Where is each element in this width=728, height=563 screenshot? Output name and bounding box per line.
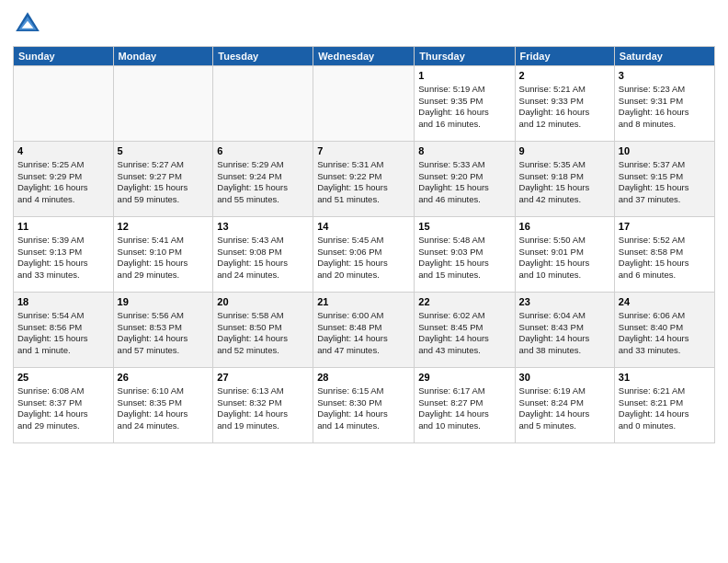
day-header-thursday: Thursday xyxy=(415,47,515,66)
day-info: Sunrise: 6:19 AM Sunset: 8:24 PM Dayligh… xyxy=(519,385,610,432)
calendar-cell: 2Sunrise: 5:21 AM Sunset: 9:33 PM Daylig… xyxy=(515,66,614,142)
day-info: Sunrise: 5:52 AM Sunset: 8:58 PM Dayligh… xyxy=(619,235,711,282)
day-info: Sunrise: 5:58 AM Sunset: 8:50 PM Dayligh… xyxy=(217,310,309,357)
calendar-cell: 4Sunrise: 5:25 AM Sunset: 9:29 PM Daylig… xyxy=(14,142,114,217)
day-header-tuesday: Tuesday xyxy=(213,47,313,66)
calendar-cell: 13Sunrise: 5:43 AM Sunset: 9:08 PM Dayli… xyxy=(213,217,313,293)
day-info: Sunrise: 5:56 AM Sunset: 8:53 PM Dayligh… xyxy=(118,310,210,357)
calendar-cell: 18Sunrise: 5:54 AM Sunset: 8:56 PM Dayli… xyxy=(14,293,114,368)
page: SundayMondayTuesdayWednesdayThursdayFrid… xyxy=(0,0,728,563)
day-number: 8 xyxy=(418,144,510,158)
day-number: 3 xyxy=(619,69,711,83)
week-row-4: 25Sunrise: 6:08 AM Sunset: 8:37 PM Dayli… xyxy=(14,368,715,443)
day-info: Sunrise: 5:43 AM Sunset: 9:08 PM Dayligh… xyxy=(217,235,309,282)
calendar-cell: 11Sunrise: 5:39 AM Sunset: 9:13 PM Dayli… xyxy=(14,217,114,293)
day-info: Sunrise: 5:25 AM Sunset: 9:29 PM Dayligh… xyxy=(17,159,109,206)
calendar-cell xyxy=(313,66,415,142)
calendar-cell: 29Sunrise: 6:17 AM Sunset: 8:27 PM Dayli… xyxy=(415,368,515,443)
calendar-cell: 16Sunrise: 5:50 AM Sunset: 9:01 PM Dayli… xyxy=(515,217,614,293)
day-number: 22 xyxy=(418,295,510,309)
calendar-cell: 3Sunrise: 5:23 AM Sunset: 9:31 PM Daylig… xyxy=(614,66,714,142)
header xyxy=(13,9,715,39)
day-number: 4 xyxy=(17,144,109,158)
calendar-cell: 1Sunrise: 5:19 AM Sunset: 9:35 PM Daylig… xyxy=(415,66,515,142)
calendar-cell: 22Sunrise: 6:02 AM Sunset: 8:45 PM Dayli… xyxy=(415,293,515,368)
calendar-cell: 28Sunrise: 6:15 AM Sunset: 8:30 PM Dayli… xyxy=(313,368,415,443)
day-number: 18 xyxy=(17,295,109,309)
day-info: Sunrise: 6:21 AM Sunset: 8:21 PM Dayligh… xyxy=(619,385,711,432)
week-row-2: 11Sunrise: 5:39 AM Sunset: 9:13 PM Dayli… xyxy=(14,217,715,293)
day-info: Sunrise: 5:50 AM Sunset: 9:01 PM Dayligh… xyxy=(519,235,610,282)
day-number: 7 xyxy=(317,144,410,158)
day-number: 1 xyxy=(418,69,510,83)
calendar-cell: 17Sunrise: 5:52 AM Sunset: 8:58 PM Dayli… xyxy=(614,217,714,293)
day-number: 10 xyxy=(619,144,711,158)
day-number: 31 xyxy=(619,371,711,385)
day-header-wednesday: Wednesday xyxy=(313,47,415,66)
day-number: 9 xyxy=(519,144,610,158)
calendar-cell: 24Sunrise: 6:06 AM Sunset: 8:40 PM Dayli… xyxy=(614,293,714,368)
day-header-friday: Friday xyxy=(515,47,614,66)
day-info: Sunrise: 6:04 AM Sunset: 8:43 PM Dayligh… xyxy=(519,310,610,357)
days-of-week-row: SundayMondayTuesdayWednesdayThursdayFrid… xyxy=(14,47,715,66)
calendar-cell: 7Sunrise: 5:31 AM Sunset: 9:22 PM Daylig… xyxy=(313,142,415,217)
day-number: 21 xyxy=(317,295,410,309)
day-info: Sunrise: 6:06 AM Sunset: 8:40 PM Dayligh… xyxy=(619,310,711,357)
day-info: Sunrise: 6:02 AM Sunset: 8:45 PM Dayligh… xyxy=(418,310,510,357)
calendar-cell: 8Sunrise: 5:33 AM Sunset: 9:20 PM Daylig… xyxy=(415,142,515,217)
calendar-header: SundayMondayTuesdayWednesdayThursdayFrid… xyxy=(14,47,715,66)
calendar-cell: 30Sunrise: 6:19 AM Sunset: 8:24 PM Dayli… xyxy=(515,368,614,443)
day-info: Sunrise: 5:54 AM Sunset: 8:56 PM Dayligh… xyxy=(17,310,109,357)
week-row-0: 1Sunrise: 5:19 AM Sunset: 9:35 PM Daylig… xyxy=(14,66,715,142)
day-info: Sunrise: 5:37 AM Sunset: 9:15 PM Dayligh… xyxy=(619,159,711,206)
calendar-cell: 25Sunrise: 6:08 AM Sunset: 8:37 PM Dayli… xyxy=(14,368,114,443)
day-info: Sunrise: 5:45 AM Sunset: 9:06 PM Dayligh… xyxy=(317,235,410,282)
calendar-cell xyxy=(14,66,114,142)
day-info: Sunrise: 5:23 AM Sunset: 9:31 PM Dayligh… xyxy=(619,84,711,131)
day-header-monday: Monday xyxy=(113,47,213,66)
calendar-cell: 26Sunrise: 6:10 AM Sunset: 8:35 PM Dayli… xyxy=(113,368,213,443)
day-info: Sunrise: 6:00 AM Sunset: 8:48 PM Dayligh… xyxy=(317,310,410,357)
calendar-cell: 15Sunrise: 5:48 AM Sunset: 9:03 PM Dayli… xyxy=(415,217,515,293)
calendar-cell: 10Sunrise: 5:37 AM Sunset: 9:15 PM Dayli… xyxy=(614,142,714,217)
logo-icon xyxy=(13,9,42,39)
day-info: Sunrise: 6:17 AM Sunset: 8:27 PM Dayligh… xyxy=(418,385,510,432)
calendar-cell: 9Sunrise: 5:35 AM Sunset: 9:18 PM Daylig… xyxy=(515,142,614,217)
day-info: Sunrise: 5:31 AM Sunset: 9:22 PM Dayligh… xyxy=(317,159,410,206)
day-number: 20 xyxy=(217,295,309,309)
day-number: 12 xyxy=(118,220,210,234)
day-number: 2 xyxy=(519,69,610,83)
day-number: 13 xyxy=(217,220,309,234)
day-number: 19 xyxy=(118,295,210,309)
day-info: Sunrise: 5:41 AM Sunset: 9:10 PM Dayligh… xyxy=(118,235,210,282)
calendar-cell: 20Sunrise: 5:58 AM Sunset: 8:50 PM Dayli… xyxy=(213,293,313,368)
calendar-cell: 14Sunrise: 5:45 AM Sunset: 9:06 PM Dayli… xyxy=(313,217,415,293)
day-info: Sunrise: 5:39 AM Sunset: 9:13 PM Dayligh… xyxy=(17,235,109,282)
calendar-cell: 6Sunrise: 5:29 AM Sunset: 9:24 PM Daylig… xyxy=(213,142,313,217)
day-info: Sunrise: 6:15 AM Sunset: 8:30 PM Dayligh… xyxy=(317,385,410,432)
day-info: Sunrise: 5:33 AM Sunset: 9:20 PM Dayligh… xyxy=(418,159,510,206)
week-row-3: 18Sunrise: 5:54 AM Sunset: 8:56 PM Dayli… xyxy=(14,293,715,368)
day-info: Sunrise: 5:21 AM Sunset: 9:33 PM Dayligh… xyxy=(519,84,610,131)
day-number: 14 xyxy=(317,220,410,234)
day-number: 28 xyxy=(317,371,410,385)
calendar-cell: 27Sunrise: 6:13 AM Sunset: 8:32 PM Dayli… xyxy=(213,368,313,443)
day-info: Sunrise: 5:29 AM Sunset: 9:24 PM Dayligh… xyxy=(217,159,309,206)
day-info: Sunrise: 6:08 AM Sunset: 8:37 PM Dayligh… xyxy=(17,385,109,432)
day-number: 29 xyxy=(418,371,510,385)
calendar-cell: 21Sunrise: 6:00 AM Sunset: 8:48 PM Dayli… xyxy=(313,293,415,368)
day-header-sunday: Sunday xyxy=(14,47,114,66)
calendar-cell: 31Sunrise: 6:21 AM Sunset: 8:21 PM Dayli… xyxy=(614,368,714,443)
day-number: 6 xyxy=(217,144,309,158)
day-number: 16 xyxy=(519,220,610,234)
day-header-saturday: Saturday xyxy=(614,47,714,66)
day-number: 17 xyxy=(619,220,711,234)
day-info: Sunrise: 5:35 AM Sunset: 9:18 PM Dayligh… xyxy=(519,159,610,206)
calendar-table: SundayMondayTuesdayWednesdayThursdayFrid… xyxy=(13,46,715,443)
day-number: 25 xyxy=(17,371,109,385)
calendar-cell xyxy=(213,66,313,142)
calendar-cell: 12Sunrise: 5:41 AM Sunset: 9:10 PM Dayli… xyxy=(113,217,213,293)
day-number: 27 xyxy=(217,371,309,385)
day-number: 30 xyxy=(519,371,610,385)
day-number: 23 xyxy=(519,295,610,309)
